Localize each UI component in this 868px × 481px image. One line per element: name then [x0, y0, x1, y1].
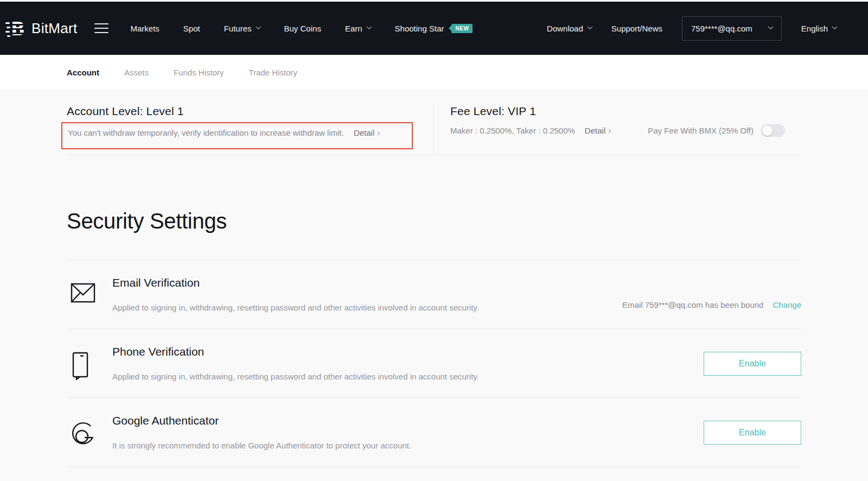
language-selector[interactable]: English — [801, 24, 837, 33]
nav-item-shooting-star[interactable]: Shooting StarNEW — [395, 24, 473, 33]
chevron-right-icon: › — [608, 126, 611, 135]
top-navigation-bar: B BitMart Markets Spot Futures Buy Coins… — [0, 2, 868, 55]
nav-item-markets[interactable]: Markets — [130, 24, 159, 33]
google-authenticator-title: Google Authenticator — [112, 414, 411, 427]
email-verification-row: Email Verification Applied to signing in… — [67, 260, 801, 328]
withdraw-warning-text: You can't withdraw temporarily, verify i… — [68, 128, 344, 137]
tab-funds-history[interactable]: Funds History — [174, 68, 224, 77]
level-panels: Account Level: Level 1 You can't withdra… — [67, 90, 801, 155]
main-content: Account Level: Level 1 You can't withdra… — [0, 90, 868, 481]
nav-item-earn[interactable]: Earn — [345, 24, 371, 33]
security-rows: Email Verification Applied to signing in… — [67, 260, 801, 467]
email-bound-status: Email 759***@qq.com has been bound — [622, 300, 763, 309]
new-badge: NEW — [451, 24, 473, 33]
chevron-down-icon — [256, 24, 261, 29]
tab-trade-history[interactable]: Trade History — [249, 68, 297, 77]
account-email-dropdown[interactable]: 759****@qq.com — [682, 16, 782, 41]
phone-verification-title: Phone Verification — [112, 345, 479, 358]
fee-rates-text: Maker : 0.2500%, Taker : 0.2500% — [450, 126, 575, 135]
toggle-knob — [762, 125, 773, 136]
phone-verification-desc: Applied to signing in, withdrawing, rese… — [112, 372, 479, 381]
change-email-link[interactable]: Change — [773, 300, 801, 309]
pay-fee-with-bmx-label: Pay Fee With BMX (25% Off) — [648, 126, 754, 135]
nav-item-support-news[interactable]: Support/News — [611, 24, 662, 33]
fee-level-panel: Fee Level: VIP 1 Maker : 0.2500%, Taker … — [434, 105, 801, 154]
account-level-title: Account Level: Level 1 — [67, 105, 433, 118]
chevron-down-icon — [768, 24, 773, 29]
enable-phone-button[interactable]: Enable — [704, 352, 801, 376]
phone-verification-row: Phone Verification Applied to signing in… — [67, 328, 801, 397]
bitmart-logo[interactable]: B BitMart — [5, 17, 77, 39]
brand-name: BitMart — [31, 20, 77, 37]
nav-item-buy-coins[interactable]: Buy Coins — [284, 24, 321, 33]
bitmart-logo-icon: B — [5, 17, 27, 39]
chevron-down-icon — [832, 24, 838, 29]
email-icon — [71, 283, 98, 305]
chevron-right-icon: › — [377, 128, 380, 137]
account-level-panel: Account Level: Level 1 You can't withdra… — [67, 105, 434, 154]
enable-google-authenticator-button[interactable]: Enable — [704, 421, 801, 445]
google-authenticator-row: Google Authenticator It is strongly reco… — [67, 397, 801, 466]
pay-fee-bmx-toggle[interactable] — [761, 124, 785, 137]
email-verification-title: Email Verification — [112, 276, 479, 289]
chevron-down-icon — [366, 24, 372, 29]
fee-level-detail-link[interactable]: Detail› — [585, 126, 611, 136]
phone-icon — [71, 352, 98, 382]
email-verification-desc: Applied to signing in, withdrawing, rese… — [112, 303, 479, 312]
chevron-down-icon — [587, 24, 592, 29]
tab-assets[interactable]: Assets — [124, 68, 149, 77]
account-tab-bar: Account Assets Funds History Trade Histo… — [0, 55, 868, 90]
tab-account[interactable]: Account — [67, 68, 99, 77]
google-authenticator-icon — [71, 421, 98, 450]
account-email: 759****@qq.com — [691, 24, 752, 33]
hamburger-menu-icon[interactable] — [94, 23, 108, 33]
withdraw-warning-highlight-box: You can't withdraw temporarily, verify i… — [61, 122, 413, 149]
account-level-detail-link[interactable]: Detail› — [354, 128, 380, 138]
security-settings-heading: Security Settings — [67, 209, 801, 233]
nav-item-spot[interactable]: Spot — [183, 24, 200, 33]
nav-item-futures[interactable]: Futures — [224, 24, 260, 33]
fee-level-title: Fee Level: VIP 1 — [450, 105, 801, 118]
google-authenticator-desc: It is strongly recommended to enable Goo… — [112, 441, 411, 450]
nav-item-download[interactable]: Download — [547, 24, 592, 33]
